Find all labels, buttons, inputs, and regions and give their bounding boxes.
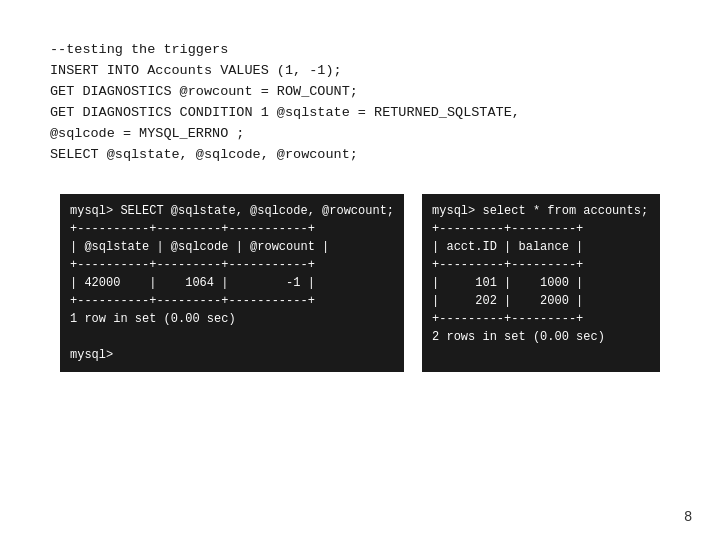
code-line-5: @sqlcode = MYSQL_ERRNO ; — [50, 126, 244, 141]
main-content: --testing the triggers INSERT INTO Accou… — [0, 0, 720, 392]
code-line-1: --testing the triggers — [50, 42, 228, 57]
code-line-2: INSERT INTO Accounts VALUES (1, -1); — [50, 63, 342, 78]
code-line-4: GET DIAGNOSTICS CONDITION 1 @sqlstate = … — [50, 105, 520, 120]
page-number: 8 — [684, 508, 692, 524]
code-line-3: GET DIAGNOSTICS @rowcount = ROW_COUNT; — [50, 84, 358, 99]
terminals-row: mysql> SELECT @sqlstate, @sqlcode, @rowc… — [50, 194, 670, 372]
terminal-left: mysql> SELECT @sqlstate, @sqlcode, @rowc… — [60, 194, 404, 372]
code-line-6: SELECT @sqlstate, @sqlcode, @rowcount; — [50, 147, 358, 162]
terminal-right: mysql> select * from accounts; +--------… — [422, 194, 660, 372]
code-block: --testing the triggers INSERT INTO Accou… — [50, 40, 670, 166]
